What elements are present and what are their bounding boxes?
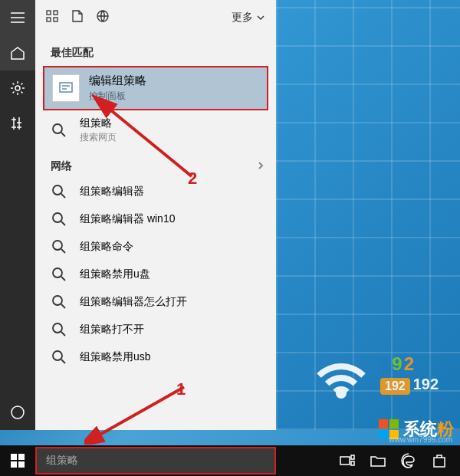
file-explorer-icon[interactable] — [363, 445, 393, 476]
more-filters-button[interactable]: 更多 — [232, 11, 265, 25]
svg-rect-22 — [351, 461, 354, 465]
chevron-down-icon — [256, 13, 265, 22]
svg-point-0 — [15, 86, 20, 90]
document-icon[interactable] — [72, 10, 83, 25]
network-result-row[interactable]: 组策略禁用u盘 — [35, 261, 276, 288]
result-title: 组策略编辑器怎么打开 — [80, 295, 187, 309]
svg-rect-5 — [54, 18, 58, 21]
search-icon — [51, 322, 67, 337]
best-match-result[interactable]: 编辑组策略 控制面板 — [43, 66, 268, 110]
best-match-header: 最佳匹配 — [35, 38, 276, 66]
svg-rect-20 — [340, 457, 350, 465]
network-result-row[interactable]: 组策略打不开 — [35, 316, 276, 343]
result-title: 组策略禁用usb — [80, 350, 151, 364]
search-input[interactable] — [46, 455, 265, 467]
result-title: 组策略命令 — [80, 240, 133, 254]
result-title: 组策略打不开 — [80, 323, 144, 336]
result-subtitle: 搜索网页 — [80, 131, 117, 144]
svg-rect-2 — [47, 11, 51, 15]
svg-point-9 — [53, 185, 62, 195]
web-icon[interactable] — [97, 10, 109, 25]
search-icon — [51, 239, 67, 254]
svg-rect-16 — [11, 454, 17, 460]
start-button[interactable] — [0, 445, 35, 476]
svg-rect-21 — [351, 455, 354, 459]
svg-point-14 — [53, 323, 62, 333]
control-panel-icon — [52, 74, 80, 102]
svg-rect-17 — [18, 454, 25, 460]
svg-rect-18 — [11, 461, 17, 468]
search-icon — [51, 123, 67, 138]
store-icon[interactable] — [425, 445, 454, 476]
search-icon — [51, 350, 67, 365]
network-result-row[interactable]: 组策略编辑器怎么打开 — [35, 288, 276, 316]
apps-icon[interactable] — [46, 10, 58, 25]
network-result-row[interactable]: 组策略编辑器 — [35, 178, 276, 205]
svg-rect-19 — [18, 461, 25, 468]
search-results-panel: 更多 最佳匹配 编辑组策略 控制面板 组策略 搜索网页 网络 — [35, 0, 276, 430]
settings-gear-icon[interactable] — [0, 71, 35, 106]
chevron-right-icon[interactable] — [256, 159, 265, 173]
result-title: 组策略编辑器 win10 — [80, 212, 175, 226]
search-icon — [51, 184, 67, 199]
home-icon[interactable] — [0, 35, 35, 71]
svg-point-12 — [53, 268, 62, 277]
svg-point-10 — [53, 213, 62, 222]
svg-point-8 — [53, 124, 62, 133]
panel-top-bar: 更多 — [35, 0, 276, 35]
svg-point-11 — [53, 241, 62, 250]
watermark-url: www.win7999.com — [389, 435, 452, 444]
ip-badge: 192 — [380, 378, 410, 395]
annotation-number-1: 1 — [176, 379, 186, 399]
svg-rect-4 — [47, 18, 51, 21]
annotation-number-2: 2 — [188, 169, 197, 189]
svg-rect-7 — [60, 83, 72, 92]
search-icon — [51, 212, 67, 227]
taskbar — [0, 445, 460, 476]
best-match-subtitle: 控制面板 — [89, 90, 146, 103]
svg-point-15 — [53, 351, 62, 360]
taskbar-search-box[interactable] — [35, 447, 276, 474]
svg-point-13 — [53, 296, 62, 305]
search-sidebar — [0, 0, 35, 430]
router-graphic-overlay: 192 192 192 — [299, 330, 460, 418]
result-title: 组策略编辑器 — [80, 185, 144, 199]
more-label: 更多 — [232, 11, 253, 25]
wifi-large-icon — [307, 340, 376, 409]
network-result-row[interactable]: 组策略命令 — [35, 233, 276, 261]
menu-icon[interactable] — [0, 0, 35, 35]
svg-rect-3 — [54, 11, 58, 15]
best-match-title: 编辑组策略 — [89, 74, 146, 88]
web-search-result[interactable]: 组策略 搜索网页 — [35, 110, 276, 150]
timeline-icon[interactable] — [0, 106, 35, 141]
network-result-row[interactable]: 组策略禁用usb — [35, 343, 276, 371]
search-icon — [51, 267, 67, 282]
svg-point-1 — [12, 406, 24, 419]
task-view-icon[interactable] — [333, 445, 362, 476]
edge-browser-icon[interactable] — [394, 445, 423, 476]
search-icon — [51, 294, 67, 310]
result-title: 组策略禁用u盘 — [80, 268, 150, 281]
cortana-icon[interactable] — [0, 395, 35, 430]
network-section-header: 网络 — [51, 159, 72, 173]
router-ip-text: 192 — [380, 353, 439, 375]
network-result-row[interactable]: 组策略编辑器 win10 — [35, 205, 276, 233]
result-title: 组策略 — [80, 117, 117, 130]
